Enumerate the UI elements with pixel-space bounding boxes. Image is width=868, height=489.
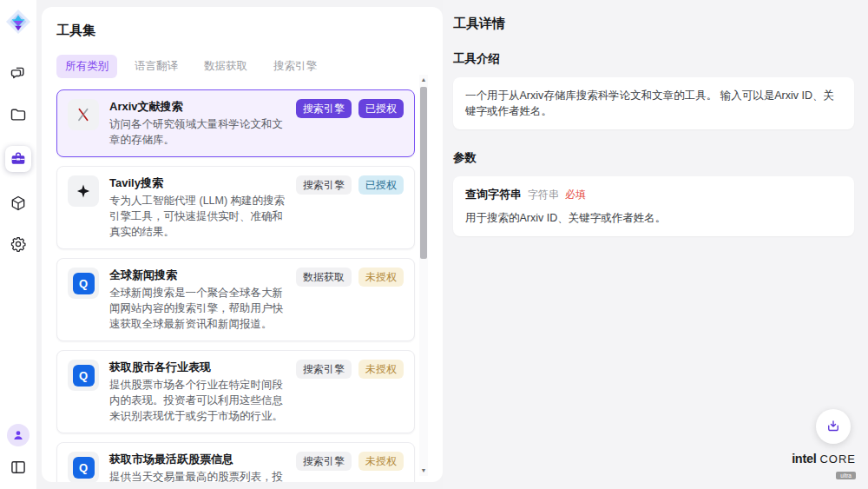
param-description: 用于搜索的Arxiv ID、关键字或作者姓名。 <box>465 210 842 226</box>
tool-card-most-active-stocks[interactable]: Q 获取市场最活跃股票信息 提供当天交易量最高的股票列表，投资者可以利用这些信息… <box>56 442 415 482</box>
tab-language-translation[interactable]: 语言翻译 <box>126 55 187 78</box>
cube-icon[interactable] <box>9 194 28 213</box>
intel-wordmark: intel <box>792 452 816 466</box>
tool-name: Tavily搜索 <box>109 175 286 190</box>
intel-core-logo: intel CORE ultra <box>792 452 856 481</box>
tool-name: 获取市场最活跃股票信息 <box>109 452 286 466</box>
params-heading: 参数 <box>453 150 854 166</box>
auth-status-badge: 未授权 <box>358 452 404 471</box>
panel-toggle-icon[interactable] <box>9 458 28 477</box>
user-avatar[interactable] <box>7 424 30 446</box>
blue-q-logo-icon: Q <box>68 452 99 482</box>
param-card: 查询字符串 字符串 必填 用于搜索的Arxiv ID、关键字或作者姓名。 <box>453 176 854 236</box>
tool-description: 全球新闻搜索是一个聚合全球各大新闻网站内容的搜索引擎，帮助用户快速获取全球最新资… <box>109 285 286 332</box>
category-badge: 数据获取 <box>296 268 352 287</box>
tool-description: 提供股票市场各个行业在特定时间段内的表现。投资者可以利用这些信息来识别表现优于或… <box>109 377 286 424</box>
chat-icon[interactable] <box>9 64 28 83</box>
auth-status-badge: 未授权 <box>358 360 404 379</box>
category-badge: 搜索引擎 <box>296 360 352 379</box>
intro-card: 一个用于从Arxiv存储库搜索科学论文和文章的工具。 输入可以是Arxiv ID… <box>453 77 854 129</box>
app-rail <box>0 0 36 489</box>
toolbox-icon-active[interactable] <box>5 146 31 172</box>
category-badge: 搜索引擎 <box>296 175 352 195</box>
tool-list: Arxiv文献搜索 访问各个研究领域大量科学论文和文章的存储库。 搜索引擎 已授… <box>56 89 415 482</box>
detail-title: 工具详情 <box>453 16 854 32</box>
category-badge: 搜索引擎 <box>296 452 352 471</box>
tool-name: 获取股市各行业表现 <box>109 360 286 374</box>
tools-panel: 工具集 所有类别 语言翻译 数据获取 搜索引擎 Arxiv文献搜索 访问各个研究… <box>42 7 443 482</box>
tool-name: Arxiv文献搜索 <box>109 99 286 114</box>
auth-status-badge: 未授权 <box>358 268 404 287</box>
tab-data-acquisition[interactable]: 数据获取 <box>195 55 256 78</box>
param-required-label: 必填 <box>565 187 586 202</box>
tool-card-tavily[interactable]: Tavily搜索 专为人工智能代理 (LLM) 构建的搜索引擎工具，可快速提供实… <box>56 166 415 249</box>
tool-name: 全球新闻搜索 <box>109 268 286 282</box>
tool-card-global-news[interactable]: Q 全球新闻搜索 全球新闻搜索是一个聚合全球各大新闻网站内容的搜索引擎，帮助用户… <box>56 258 415 341</box>
param-type: 字符串 <box>528 187 559 202</box>
core-wordmark: CORE <box>819 453 856 466</box>
ultra-badge: ultra <box>836 472 856 479</box>
tool-detail-panel: 工具详情 工具介绍 一个用于从Arxiv存储库搜索科学论文和文章的工具。 输入可… <box>443 0 868 489</box>
tool-card-arxiv[interactable]: Arxiv文献搜索 访问各个研究领域大量科学论文和文章的存储库。 搜索引擎 已授… <box>56 89 415 157</box>
category-badge: 搜索引擎 <box>296 99 352 118</box>
blue-q-logo-icon: Q <box>68 268 99 299</box>
auth-status-badge: 已授权 <box>358 175 404 195</box>
param-name: 查询字符串 <box>465 187 522 202</box>
tool-description: 访问各个研究领域大量科学论文和文章的存储库。 <box>109 116 286 148</box>
app-logo-gem-icon <box>5 9 31 35</box>
tool-description: 专为人工智能代理 (LLM) 构建的搜索引擎工具，可快速提供实时、准确和真实的结… <box>109 193 286 240</box>
download-button[interactable] <box>816 409 851 444</box>
folder-icon[interactable] <box>9 105 28 124</box>
settings-gear-icon[interactable] <box>9 235 28 254</box>
tool-description: 提供当天交易量最高的股票列表，投资者可以利用这些信息来识别流动性强的股票和潜在的… <box>109 469 286 482</box>
page-title: 工具集 <box>56 23 443 39</box>
scrollbar-thumb[interactable] <box>420 87 427 259</box>
auth-status-badge: 已授权 <box>358 99 404 118</box>
tavily-star-icon <box>68 175 99 207</box>
intro-heading: 工具介绍 <box>453 51 854 67</box>
tool-card-sector-performance[interactable]: Q 获取股市各行业表现 提供股票市场各个行业在特定时间段内的表现。投资者可以利用… <box>56 350 415 433</box>
scroll-down-arrow-icon[interactable]: ▼ <box>419 466 428 476</box>
scroll-up-arrow-icon[interactable]: ▲ <box>419 75 428 85</box>
list-scrollbar[interactable]: ▲ ▼ <box>419 75 428 476</box>
category-tabs: 所有类别 语言翻译 数据获取 搜索引擎 <box>56 55 443 78</box>
blue-q-logo-icon: Q <box>68 360 99 391</box>
tab-all-categories[interactable]: 所有类别 <box>56 55 117 78</box>
tab-search-engine[interactable]: 搜索引擎 <box>265 55 326 78</box>
arxiv-logo-icon <box>68 99 99 130</box>
